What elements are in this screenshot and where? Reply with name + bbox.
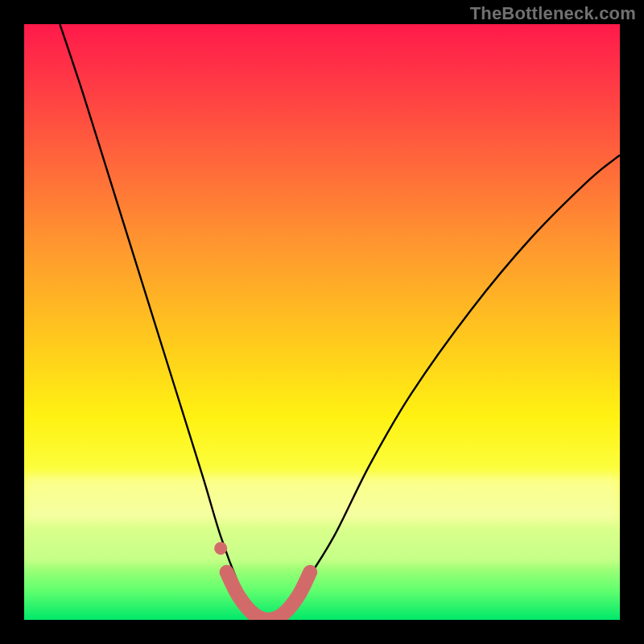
chart-svg: [24, 24, 620, 620]
highlight-band: [227, 572, 311, 620]
highlight-dot: [214, 542, 227, 555]
chart-frame: TheBottleneck.com: [0, 0, 644, 644]
bottleneck-curve: [60, 24, 620, 620]
plot-area: [24, 24, 620, 620]
watermark-text: TheBottleneck.com: [470, 3, 636, 24]
